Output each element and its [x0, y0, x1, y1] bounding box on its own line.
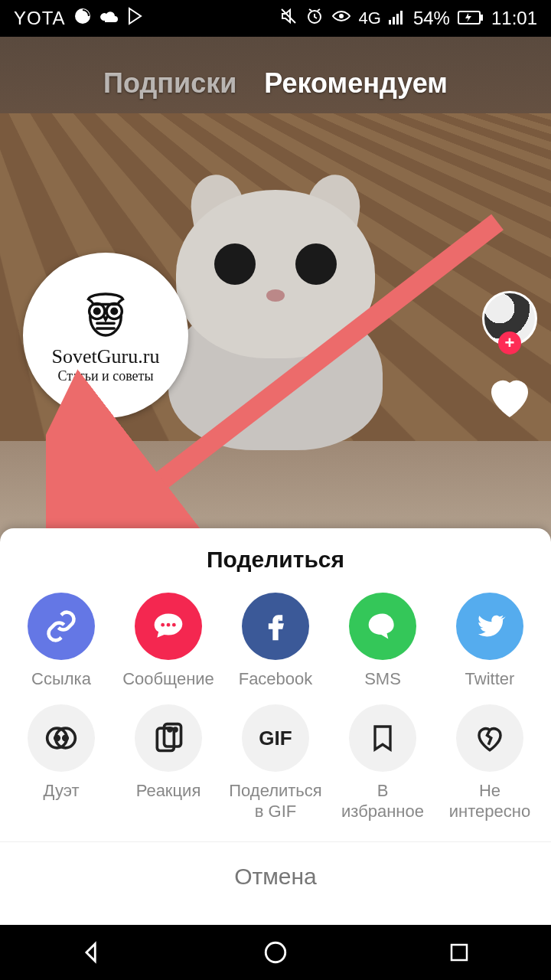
follow-plus-icon[interactable]: + [498, 332, 521, 354]
firefox-icon [73, 7, 92, 30]
duet-icon [28, 704, 95, 772]
sms-icon [349, 593, 416, 660]
side-actions: + [482, 291, 537, 424]
alarm-icon [305, 7, 324, 30]
action-duet-label: Дуэт [44, 781, 80, 801]
bookmark-icon [349, 704, 416, 772]
mute-icon [279, 7, 298, 30]
share-sheet: Поделиться Ссылка Сообщение Facebook SMS [0, 528, 551, 925]
svg-rect-5 [393, 17, 395, 24]
status-bar: YOTA 4G 54% 11:01 [0, 0, 551, 37]
share-facebook[interactable]: Facebook [226, 593, 325, 689]
share-message[interactable]: Сообщение [119, 593, 218, 689]
svg-point-24 [168, 728, 171, 731]
svg-point-25 [174, 728, 177, 731]
svg-point-17 [172, 623, 176, 627]
svg-rect-4 [389, 20, 391, 24]
twitter-icon [456, 593, 523, 660]
watermark-title: SovetGuru.ru [52, 345, 160, 368]
svg-rect-7 [400, 11, 403, 24]
share-sms[interactable]: SMS [333, 593, 432, 689]
watermark-subtitle: Статьи и советы [57, 368, 153, 384]
link-icon [28, 593, 95, 660]
battery-percent-label: 54% [413, 8, 450, 29]
nav-home[interactable] [259, 936, 292, 969]
owl-icon [78, 287, 133, 342]
nav-back[interactable] [75, 936, 109, 969]
cloud-icon [99, 7, 119, 30]
action-not-interested[interactable]: Не интересно [440, 704, 540, 822]
svg-rect-6 [396, 14, 399, 24]
svg-rect-9 [481, 15, 483, 21]
network-type-label: 4G [359, 8, 381, 28]
android-navbar [0, 925, 551, 980]
eye-comfort-icon [331, 7, 351, 30]
share-title: Поделиться [0, 528, 551, 588]
reaction-icon [135, 704, 202, 772]
action-favorite-label: В избранное [341, 781, 424, 822]
svg-point-15 [161, 623, 165, 627]
author-avatar[interactable]: + [482, 291, 537, 346]
nav-recent[interactable] [442, 936, 476, 969]
svg-point-26 [266, 942, 285, 962]
action-share-gif-label: Поделиться в GIF [229, 781, 321, 822]
action-reaction-label: Реакция [136, 781, 201, 801]
message-icon [135, 593, 202, 660]
signal-icon [389, 8, 406, 29]
share-row-social: Ссылка Сообщение Facebook SMS Twitter [0, 588, 551, 700]
svg-rect-27 [452, 945, 467, 960]
action-duet[interactable]: Дуэт [11, 704, 111, 822]
cat-illustration [138, 129, 413, 450]
status-left: YOTA [14, 7, 144, 30]
facebook-icon [242, 593, 309, 660]
svg-point-12 [94, 309, 99, 314]
watermark-badge: SovetGuru.ru Статьи и советы [23, 253, 188, 418]
gif-icon: GIF [242, 704, 309, 772]
action-share-gif[interactable]: GIF Поделиться в GIF [226, 704, 325, 822]
share-link-label: Ссылка [31, 669, 91, 689]
svg-point-21 [64, 736, 68, 740]
battery-icon [458, 8, 484, 29]
share-row-actions: Дуэт Реакция GIF Поделиться в GIF В избр… [0, 700, 551, 832]
like-button[interactable] [482, 369, 537, 424]
play-store-icon [127, 7, 144, 30]
cancel-button[interactable]: Отмена [0, 842, 551, 925]
tab-following[interactable]: Подписки [103, 67, 236, 100]
share-link[interactable]: Ссылка [11, 593, 111, 689]
broken-heart-icon [456, 704, 523, 772]
share-sms-label: SMS [364, 669, 401, 689]
clock-label: 11:01 [491, 8, 537, 29]
share-message-label: Сообщение [122, 669, 214, 689]
share-facebook-label: Facebook [239, 669, 313, 689]
status-right: 4G 54% 11:01 [279, 7, 537, 30]
svg-point-3 [340, 15, 343, 18]
share-twitter[interactable]: Twitter [440, 593, 540, 689]
feed-tabs: Подписки Рекомендуем [0, 67, 551, 100]
tab-recommended[interactable]: Рекомендуем [264, 67, 448, 100]
carrier-label: YOTA [14, 8, 66, 29]
svg-point-16 [167, 623, 171, 627]
svg-point-13 [112, 309, 117, 314]
action-favorite[interactable]: В избранное [333, 704, 432, 822]
svg-point-20 [55, 736, 60, 740]
share-twitter-label: Twitter [465, 669, 515, 689]
action-not-interested-label: Не интересно [449, 781, 530, 822]
action-reaction[interactable]: Реакция [119, 704, 218, 822]
